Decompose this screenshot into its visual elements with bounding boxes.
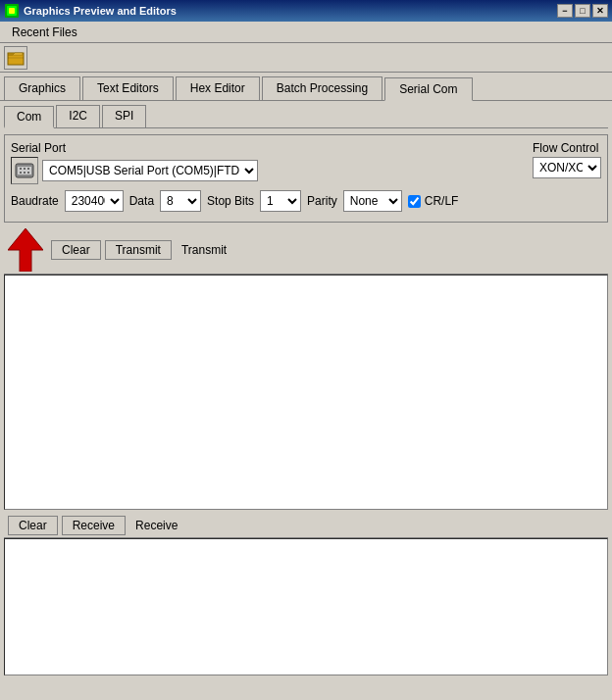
tab-hex-editor[interactable]: Hex Editor <box>176 76 260 100</box>
stop-bits-label: Stop Bits <box>207 194 254 208</box>
svg-point-11 <box>20 172 22 174</box>
baudrate-select[interactable]: 230400 <box>65 190 124 212</box>
tab-serial-com[interactable]: Serial Com <box>384 77 472 101</box>
parity-select[interactable]: None <box>343 190 402 212</box>
receive-button[interactable]: Receive <box>62 516 126 535</box>
tab-text-editors[interactable]: Text Editors <box>82 76 174 100</box>
transmit-section-label: Transmit <box>176 243 232 257</box>
svg-point-13 <box>27 172 29 174</box>
tab-graphics[interactable]: Graphics <box>4 76 80 100</box>
transmit-button[interactable]: Transmit <box>105 240 172 260</box>
port-flow-row: Serial Port <box>11 141 601 184</box>
receive-toolbar: Clear Receive Receive <box>4 514 608 538</box>
port-group: Serial Port <box>11 141 258 184</box>
inner-tab-spi[interactable]: SPI <box>102 105 146 127</box>
port-icon <box>11 157 38 184</box>
close-button[interactable]: ✕ <box>592 4 608 18</box>
data-select[interactable]: 8 <box>160 190 201 212</box>
inner-tab-com[interactable]: Com <box>4 106 54 128</box>
maximize-button[interactable]: □ <box>575 4 590 18</box>
data-label: Data <box>129 194 154 208</box>
toolbar <box>0 43 612 73</box>
svg-point-12 <box>24 172 26 174</box>
flow-control-select[interactable]: XON/XOFF <box>533 157 601 178</box>
title-bar: Graphics Preview and Editors − □ ✕ <box>0 0 612 22</box>
tab-batch-processing[interactable]: Batch Processing <box>262 76 382 100</box>
serial-port-icon <box>14 160 35 181</box>
minimize-button[interactable]: − <box>557 4 573 18</box>
transmit-clear-button[interactable]: Clear <box>51 240 101 260</box>
title-bar-left: Graphics Preview and Editors <box>4 3 177 19</box>
receive-area[interactable] <box>4 538 608 675</box>
svg-point-10 <box>27 168 29 170</box>
crlf-label: CR/LF <box>425 194 459 208</box>
open-icon <box>7 49 25 67</box>
config-row: Baudrate 230400 Data 8 Stop Bits 1 Parit… <box>11 190 601 212</box>
svg-point-9 <box>24 168 26 170</box>
main-content: Com I2C SPI Serial Port <box>0 101 612 679</box>
flow-control-group: Flow Control XON/XOFF <box>533 141 601 184</box>
receive-clear-button[interactable]: Clear <box>8 516 58 535</box>
menu-bar: Recent Files <box>0 22 612 43</box>
receive-section: Clear Receive Receive <box>4 514 608 675</box>
transmit-toolbar: Clear Transmit Transmit <box>4 226 608 275</box>
transmit-area[interactable] <box>4 275 608 510</box>
baudrate-label: Baudrate <box>11 194 59 208</box>
open-button[interactable] <box>4 46 27 70</box>
app-icon <box>4 3 20 19</box>
port-label: Serial Port <box>11 141 258 155</box>
transmit-section: Clear Transmit Transmit <box>4 226 608 510</box>
transmit-arrow-icon <box>8 228 43 272</box>
serial-port-select[interactable]: COM5|USB Serial Port (COM5)|FTDIBUS <box>42 160 258 181</box>
svg-marker-14 <box>8 228 43 272</box>
inner-tab-bar: Com I2C SPI <box>4 105 608 128</box>
crlf-checkbox[interactable] <box>408 195 421 208</box>
outer-tab-bar: Graphics Text Editors Hex Editor Batch P… <box>0 73 612 101</box>
serial-panel: Serial Port <box>4 134 608 223</box>
receive-section-label: Receive <box>129 519 183 532</box>
crlf-row: CR/LF <box>408 194 459 208</box>
stop-bits-select[interactable]: 1 <box>260 190 301 212</box>
port-row: COM5|USB Serial Port (COM5)|FTDIBUS <box>11 157 258 184</box>
flow-control-label: Flow Control <box>533 141 601 155</box>
window-title: Graphics Preview and Editors <box>24 5 177 17</box>
title-controls: − □ ✕ <box>557 4 608 18</box>
svg-point-8 <box>20 168 22 170</box>
parity-label: Parity <box>307 194 337 208</box>
menu-recent-files[interactable]: Recent Files <box>4 24 85 41</box>
inner-tab-i2c[interactable]: I2C <box>56 105 100 127</box>
svg-rect-2 <box>9 8 15 14</box>
